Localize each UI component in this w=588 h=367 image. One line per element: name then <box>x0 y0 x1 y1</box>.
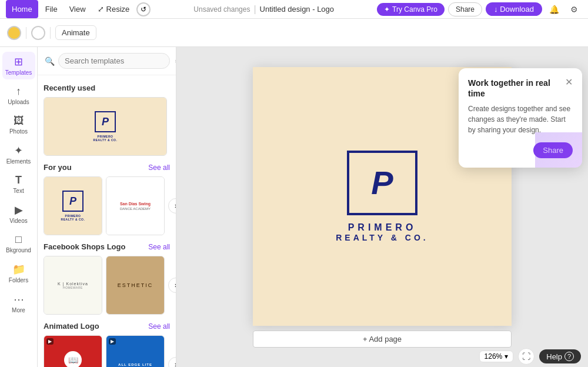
sidebar-item-text[interactable]: T Text <box>2 171 35 198</box>
topbar-center: Unsaved changes | Untitled design - Logo <box>153 4 375 15</box>
sidebar-item-uploads[interactable]: ↑ Uploads <box>2 82 35 109</box>
videos-icon: ▶ <box>15 203 23 216</box>
bottom-bar: 126% ▾ ⛶ Help ? <box>176 346 588 367</box>
background-icon: □ <box>15 233 22 246</box>
sidebar-label-elements: Elements <box>6 158 31 165</box>
search-input[interactable] <box>58 53 170 69</box>
tooltip-decoration <box>535 132 582 168</box>
help-icon: ? <box>564 352 574 361</box>
tooltip-body: Create designs together and see changes … <box>468 104 573 135</box>
bottom-bar-right: 126% ▾ ⛶ Help ? <box>479 348 581 365</box>
sidebar-label-text: Text <box>13 188 24 194</box>
main-area: ⊞ Templates ↑ Uploads 🖼 Photos ✦ Element… <box>0 47 588 367</box>
more-icon: ⋯ <box>14 293 24 306</box>
logo-text-group: PRIMERO REALTY & CO. <box>336 222 429 242</box>
facebook-shops-see-all[interactable]: See all <box>148 243 170 251</box>
canvas-area: P PRIMERO REALTY & CO. + Add page 126% ▾… <box>176 47 588 367</box>
resize-icon: ⤢ <box>98 5 104 14</box>
for-you-row: P PRIMEROREALTY & CO. San Dias Swing DAN… <box>44 176 170 235</box>
search-icon: 🔍 <box>45 56 55 66</box>
logo-box: P <box>347 151 417 215</box>
templates-panel: 🔍 ⚙ Recently used P PRIMEROREALTY & CO. <box>38 47 176 367</box>
template-kolektiva[interactable]: K | Kolektiva HOMEWARE <box>44 256 102 315</box>
top-bar: Home File View ⤢ Resize ↺ Unsaved change… <box>0 0 588 19</box>
help-button[interactable]: Help ? <box>539 349 581 363</box>
uploads-icon: ↑ <box>16 85 21 98</box>
color-picker[interactable] <box>7 26 21 40</box>
sidebar-item-videos[interactable]: ▶ Videos <box>2 200 35 228</box>
divider <box>26 27 26 39</box>
zoom-control[interactable]: 126% ▾ <box>479 351 514 362</box>
tooltip-close-button[interactable]: ✕ <box>565 78 573 87</box>
sidebar-label-more: More <box>12 307 25 313</box>
sidebar-item-more[interactable]: ⋯ More <box>2 289 35 317</box>
try-pro-button[interactable]: ✦ Try Canva Pro <box>377 3 445 16</box>
sidebar-label-uploads: Uploads <box>8 99 29 105</box>
sidebar-item-templates[interactable]: ⊞ Templates <box>2 52 35 79</box>
template-esthetic[interactable]: ESTHETIC <box>106 256 165 315</box>
file-menu[interactable]: File <box>41 0 62 18</box>
recently-used-header: Recently used <box>44 84 170 92</box>
zoom-chevron-icon: ▾ <box>505 352 508 361</box>
settings-button[interactable]: ⚙ <box>566 1 582 18</box>
templates-content: Recently used P PRIMEROREALTY & CO. For … <box>38 75 176 367</box>
elements-icon: ✦ <box>14 144 23 157</box>
sidebar-label-templates: Templates <box>5 69 32 76</box>
sidebar-item-photos[interactable]: 🖼 Photos <box>2 111 35 138</box>
for-you-title: For you <box>44 163 72 172</box>
tooltip-header: Work together in real time ✕ <box>468 78 573 99</box>
template-vollem[interactable]: 📖 Vollem EastAcademy ▶ <box>44 335 102 367</box>
notifications-button[interactable]: 🔔 <box>546 1 562 18</box>
animated-logo-next-arrow[interactable]: › <box>168 357 176 367</box>
format-toolbar: Animate <box>0 19 588 47</box>
sidebar-item-folders[interactable]: 📁 Folders <box>2 259 35 287</box>
animate-button[interactable]: Animate <box>55 25 96 40</box>
undo-button[interactable]: ↺ <box>136 2 151 16</box>
animated-badge-all-edge: ▶ <box>109 338 116 345</box>
for-you-header: For you See all <box>44 163 170 172</box>
canva-pro-icon: ✦ <box>384 5 390 14</box>
facebook-shops-title: Facebook Shops Logo <box>44 242 125 251</box>
recently-used-title: Recently used <box>44 84 95 92</box>
add-page-button[interactable]: + Add page <box>253 331 512 348</box>
animated-badge-vollem: ▶ <box>46 338 54 345</box>
text-icon: T <box>15 174 22 186</box>
template-recently-primero[interactable]: P PRIMEROREALTY & CO. <box>44 97 167 156</box>
view-menu[interactable]: View <box>65 0 91 18</box>
home-button[interactable]: Home <box>6 0 38 18</box>
facebook-shops-next-arrow[interactable]: › <box>168 278 176 293</box>
topbar-right: ✦ Try Canva Pro Share ↓ Download 🔔 ⚙ <box>377 1 582 18</box>
logo-letter: P <box>371 166 393 199</box>
search-bar: 🔍 ⚙ <box>38 47 176 75</box>
animated-logo-see-all[interactable]: See all <box>148 322 170 331</box>
divider-2 <box>50 27 51 39</box>
zoom-level: 126% <box>485 352 503 361</box>
template-all-edge[interactable]: ALL EDGE LITE ▶ <box>106 335 165 367</box>
download-button[interactable]: ↓ Download <box>486 2 542 16</box>
for-you-next-arrow[interactable]: › <box>168 198 176 213</box>
unsaved-status: Unsaved changes <box>193 5 250 14</box>
folders-icon: 📁 <box>12 263 25 276</box>
animated-logo-header: Animated Logo See all <box>44 322 170 331</box>
sidebar-label-background: Bkground <box>6 247 31 253</box>
sidebar-item-elements[interactable]: ✦ Elements <box>2 141 35 168</box>
template-primero2[interactable]: P PRIMEROREALTY & CO. <box>44 176 102 235</box>
for-you-see-all[interactable]: See all <box>148 164 170 172</box>
resize-menu[interactable]: ⤢ Resize <box>93 0 135 18</box>
sidebar-label-photos: Photos <box>9 128 28 135</box>
help-label: Help <box>546 352 562 361</box>
templates-icon: ⊞ <box>14 55 23 68</box>
template-san-dias[interactable]: San Dias Swing DANCE ACADEMY <box>106 176 165 235</box>
tooltip-title: Work together in real time <box>468 78 565 99</box>
share-button[interactable]: Share <box>448 2 482 16</box>
canvas-content: P PRIMERO REALTY & CO. <box>336 151 429 242</box>
sidebar-label-folders: Folders <box>9 277 28 283</box>
fullscreen-button[interactable]: ⛶ <box>518 348 534 365</box>
sidebar-item-background[interactable]: □ Bkground <box>2 230 35 257</box>
color-picker-2[interactable] <box>31 26 45 40</box>
sidebar-label-videos: Videos <box>9 218 27 224</box>
document-title: Untitled design - Logo <box>260 5 334 14</box>
tooltip-popup: Work together in real time ✕ Create desi… <box>459 68 582 168</box>
download-icon: ↓ <box>494 5 498 14</box>
facebook-shops-row: K | Kolektiva HOMEWARE ESTHETIC › <box>44 256 170 315</box>
